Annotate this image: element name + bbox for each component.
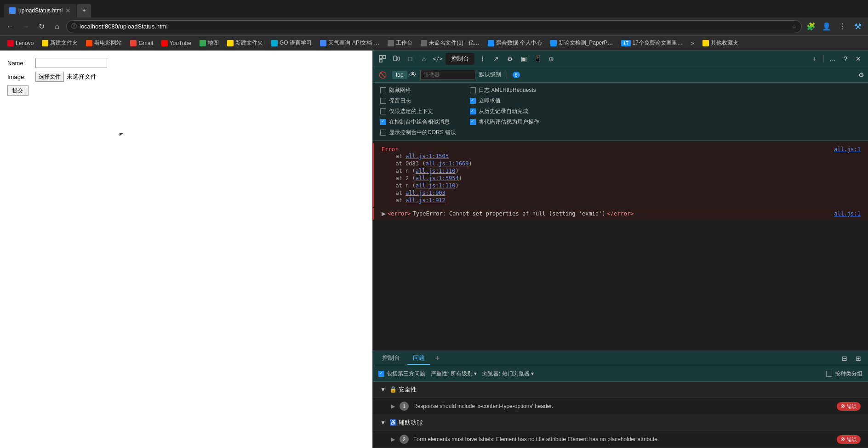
issue-2-expand[interactable]: ▶ <box>391 437 395 442</box>
accessibility-expand-arrow[interactable]: ▼ <box>380 420 386 426</box>
device-mode-button[interactable] <box>390 53 402 65</box>
security-issue-1: ▶ 1 Response should include 'x-content-t… <box>373 398 868 415</box>
bookmark-go[interactable]: GO 语言学习 <box>268 38 315 48</box>
group-by-kind-label: 按种类分组 <box>835 370 862 378</box>
bookmark-new-folder[interactable]: 新建文件夹 <box>38 38 81 48</box>
bookmark-workspace[interactable]: 工作台 <box>384 38 416 48</box>
inspect-element-button[interactable] <box>377 53 388 65</box>
bookmark-free[interactable]: 17 17个免费论文查重… <box>617 38 686 48</box>
bookmark-other[interactable]: 其他收藏夹 <box>699 38 742 48</box>
stack-link-5[interactable]: all.js:1:110 <box>416 182 456 189</box>
bookmark-data[interactable]: 聚合数据-个人中心 <box>484 38 546 48</box>
tab-issues[interactable]: 问题 <box>407 352 430 365</box>
console-settings-button[interactable]: ⚙ <box>858 71 864 79</box>
security-icon[interactable]: ⊕ <box>545 53 557 65</box>
dock-button[interactable]: ⊞ <box>852 352 864 364</box>
more-options-button[interactable]: … <box>827 53 839 65</box>
autocomplete-checkbox[interactable] <box>470 108 476 114</box>
error-message-link[interactable]: all.js:1 <box>834 210 861 217</box>
stack-link-4[interactable]: all.js:1:5954 <box>416 175 459 181</box>
expand-arrow[interactable]: ▶ <box>382 210 386 217</box>
bottom-tabs: 控制台 问题 + ⊟ ⊞ <box>373 351 868 366</box>
url-text: localhost:8080/uploadStatus.html <box>80 23 789 30</box>
webpage-content: Name: Image: 选择文件 未选择文件 提交 <box>0 51 372 448</box>
include-third-party-checkbox[interactable] <box>378 371 384 377</box>
address-bar[interactable]: ⓘ localhost:8080/uploadStatus.html ☆ <box>66 20 802 33</box>
code-icon[interactable]: </> <box>432 53 444 65</box>
bookmark-gmail[interactable]: Gmail <box>126 39 156 48</box>
help-button[interactable]: ? <box>839 53 851 65</box>
hide-network-checkbox[interactable] <box>380 87 386 93</box>
error-header-link[interactable]: all.js:1 <box>834 146 861 153</box>
severity-filter: 严重性: 所有级别 ▾ <box>431 370 477 378</box>
add-panel-button[interactable]: + <box>809 53 821 65</box>
refresh-button[interactable]: ↻ <box>35 20 48 33</box>
group-by-kind-checkbox[interactable] <box>826 371 832 377</box>
pointer-icon[interactable]: □ <box>404 53 416 65</box>
bookmark-paper[interactable]: 新论文检测_PaperP… <box>547 38 617 48</box>
new-tab-button[interactable]: + <box>77 4 91 17</box>
user-gesture-checkbox[interactable] <box>470 119 476 125</box>
undock-button[interactable]: ⊟ <box>839 352 851 364</box>
bookmark-label: 工作台 <box>396 39 412 47</box>
active-tab[interactable]: uploadStatus.html ✕ <box>4 4 76 17</box>
bookmark-movie[interactable]: 看电影网站 <box>82 38 126 48</box>
menu-button[interactable]: ⋮ <box>836 20 849 33</box>
star-icon[interactable]: ☆ <box>792 23 797 30</box>
bookmark-weather[interactable]: 天气查询-API文档-… <box>316 38 383 48</box>
browser-label[interactable]: 浏览器: 热门浏览器 ▾ <box>482 370 534 378</box>
profile-button[interactable]: 👤 <box>820 20 833 33</box>
issue-1-expand[interactable]: ▶ <box>391 403 395 409</box>
selected-context-checkbox[interactable] <box>380 108 386 114</box>
bookmark-unnamed[interactable]: 未命名文件(1) - 亿… <box>417 38 483 48</box>
tab-close-button[interactable]: ✕ <box>65 7 71 14</box>
eye-icon[interactable]: 👁 <box>409 71 417 79</box>
close-devtools-button[interactable]: ✕ <box>852 53 864 65</box>
devtools-button[interactable]: ⚒ <box>851 20 864 33</box>
stack-link-7[interactable]: all.js:1:912 <box>405 197 445 204</box>
bookmark-folder2[interactable]: 新建文件夹 <box>223 38 267 48</box>
top-select-label[interactable]: top <box>392 71 407 79</box>
submit-button[interactable]: 提交 <box>7 85 29 96</box>
bookmark-youtube[interactable]: YouTube <box>158 39 195 48</box>
performance-icon[interactable]: ↗ <box>490 53 502 65</box>
bookmark-more[interactable]: » <box>687 39 698 48</box>
show-cors-checkbox[interactable] <box>380 130 386 136</box>
devtools-panel: □ ⌂ </> 控制台 ⌇ ↗ ⚙ ▣ 📱 ⊕ + … ? ✕ <box>372 51 868 448</box>
bookmark-label: 地图 <box>208 39 219 47</box>
security-expand-arrow[interactable]: ▼ <box>380 386 386 393</box>
bookmark-label: 其他收藏夹 <box>711 39 738 47</box>
filter-input[interactable] <box>420 70 475 80</box>
severity-label[interactable]: 严重性: 所有级别 ▾ <box>431 370 477 378</box>
mobile-icon[interactable]: 📱 <box>531 53 543 65</box>
choose-file-button[interactable]: 选择文件 <box>35 72 64 82</box>
bookmark-maps[interactable]: 地图 <box>196 38 223 48</box>
storage-icon[interactable]: ▣ <box>518 53 530 65</box>
level-select-label[interactable]: 默认级别 <box>479 71 501 79</box>
option-hide-network: 隐藏网络 <box>380 86 456 94</box>
log-xmlhttp-checkbox[interactable] <box>470 87 476 93</box>
home-button[interactable]: ⌂ <box>51 20 63 33</box>
console-tab[interactable]: 控制台 <box>445 53 474 65</box>
clear-console-button[interactable]: 🚫 <box>377 69 388 81</box>
divider <box>823 55 824 62</box>
bookmark-lenovo[interactable]: Lenovo <box>4 39 37 48</box>
stack-link-2[interactable]: all.js:1:1669 <box>425 160 468 167</box>
stack-link-3[interactable]: all.js:1:110 <box>416 168 456 174</box>
eager-eval-checkbox[interactable] <box>470 98 476 104</box>
name-input[interactable] <box>35 58 107 68</box>
back-button[interactable]: ← <box>4 20 17 33</box>
extensions-button[interactable]: 🧩 <box>805 20 817 33</box>
forward-button[interactable]: → <box>19 20 32 33</box>
stack-link-1[interactable]: all.js:1:1505 <box>405 153 449 159</box>
stack-link-6[interactable]: all.js:1:903 <box>405 190 445 196</box>
network-tab[interactable]: ⌇ <box>476 53 488 65</box>
tab-console[interactable]: 控制台 <box>377 352 405 365</box>
preserve-log-checkbox[interactable] <box>380 98 386 104</box>
add-tab-button[interactable]: + <box>432 354 443 363</box>
group-similar-checkbox[interactable] <box>380 119 386 125</box>
settings-icon[interactable]: ⚙ <box>504 53 516 65</box>
name-row: Name: <box>7 58 365 68</box>
home-icon[interactable]: ⌂ <box>418 53 430 65</box>
lock-icon: ⓘ <box>71 23 77 30</box>
